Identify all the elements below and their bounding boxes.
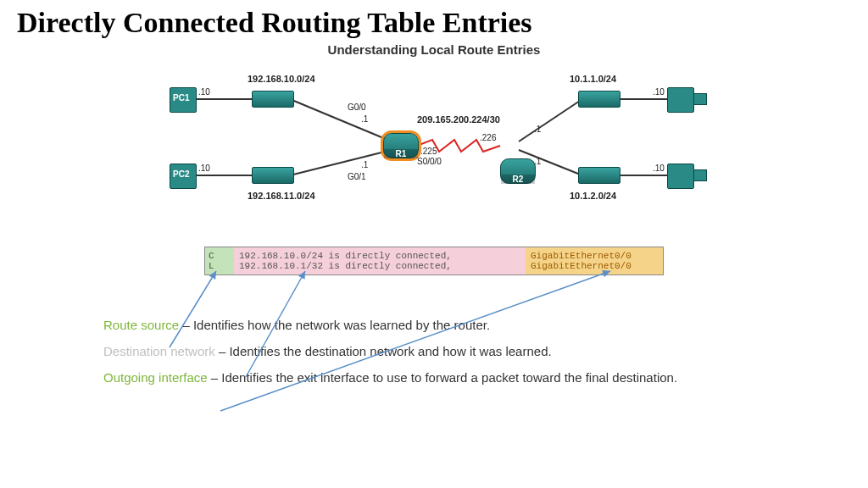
page-title: Directly Connected Routing Table Entries — [0, 0, 868, 41]
explanation-block: Route source – Identifies how the networ… — [103, 318, 765, 385]
svg-line-1 — [290, 99, 392, 141]
iface-label: .1 — [534, 125, 541, 134]
net-label: 10.1.2.0/24 — [570, 191, 616, 201]
explain-destination-network: Destination network – Identifies the des… — [103, 344, 765, 358]
router-r1-icon: R1 — [383, 133, 419, 158]
svg-line-3 — [290, 150, 392, 175]
iface-label: .225 — [420, 147, 437, 156]
net-label: 209.165.200.224/30 — [417, 114, 500, 125]
route-interface-col: GigabitEthernet0/0 GigabitEthernet0/0 — [526, 247, 663, 274]
pc1-icon: PC1 — [170, 87, 197, 113]
iface-label: .1 — [361, 160, 368, 169]
switch-icon — [578, 167, 620, 184]
router-r2-icon: R2 — [500, 158, 536, 184]
pc-icon — [667, 87, 694, 113]
host-label: .10 — [198, 164, 210, 173]
explain-outgoing-interface: Outgoing interface – Identifies the exit… — [103, 370, 765, 385]
host-label: .10 — [198, 87, 210, 97]
iface-label: S0/0/0 — [417, 157, 442, 166]
subtitle: Understanding Local Route Entries — [0, 42, 868, 57]
route-destination-col: 192.168.10.0/24 is directly connected, 1… — [234, 247, 526, 274]
host-label: .10 — [653, 164, 665, 173]
net-label: 192.168.11.0/24 — [248, 191, 315, 201]
route-table-entry: C L 192.168.10.0/24 is directly connecte… — [204, 247, 664, 275]
iface-label: .1 — [361, 114, 368, 124]
iface-label: .226 — [480, 133, 496, 142]
iface-label: G0/1 — [348, 172, 366, 181]
host-label: .10 — [653, 87, 665, 97]
net-label: 192.168.10.0/24 — [248, 74, 315, 84]
switch-icon — [578, 91, 620, 108]
svg-line-5 — [519, 99, 582, 141]
switch-icon — [252, 91, 294, 108]
explain-route-source: Route source – Identifies how the networ… — [103, 318, 765, 332]
iface-label: G0/0 — [348, 103, 366, 112]
pc-icon — [667, 164, 694, 189]
network-diagram: PC1 PC2 R1 R2 192.168.10.0/24 192.168.11… — [163, 65, 705, 243]
iface-label: .1 — [534, 157, 541, 166]
route-source-col: C L — [205, 247, 234, 274]
switch-icon — [252, 167, 294, 184]
net-label: 10.1.1.0/24 — [570, 74, 616, 84]
pc2-icon: PC2 — [170, 164, 197, 189]
